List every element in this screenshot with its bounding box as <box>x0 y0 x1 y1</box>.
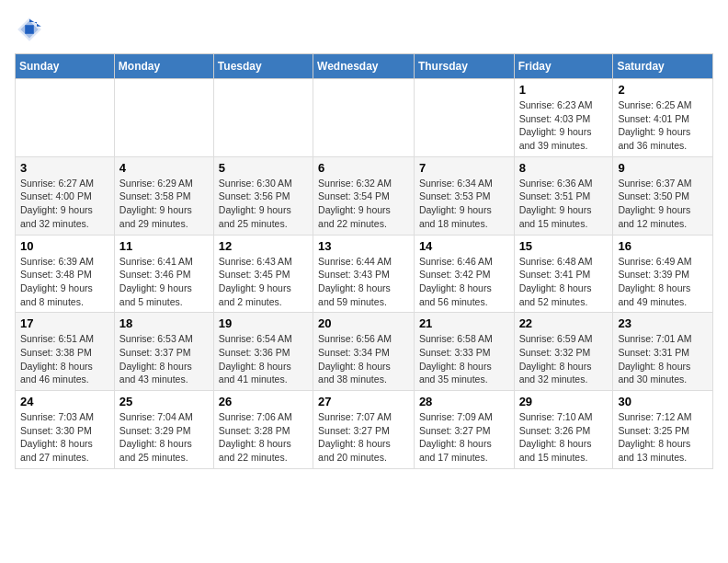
day-number: 18 <box>119 316 209 330</box>
day-info: Sunrise: 7:07 AMSunset: 3:27 PMDaylight:… <box>318 410 409 465</box>
calendar-cell <box>414 79 514 157</box>
day-info: Sunrise: 6:48 AMSunset: 3:41 PMDaylight:… <box>519 255 609 309</box>
day-number: 16 <box>618 239 708 253</box>
day-info: Sunrise: 6:43 AMSunset: 3:45 PMDaylight:… <box>219 255 308 309</box>
calendar-cell: 30Sunrise: 7:12 AMSunset: 3:25 PMDayligh… <box>613 391 713 469</box>
calendar-cell: 18Sunrise: 6:53 AMSunset: 3:37 PMDayligh… <box>114 313 213 391</box>
day-info: Sunrise: 7:12 AMSunset: 3:25 PMDaylight:… <box>618 410 708 465</box>
day-info: Sunrise: 6:39 AMSunset: 3:48 PMDaylight:… <box>20 255 109 309</box>
weekday-header-wednesday: Wednesday <box>313 54 415 79</box>
calendar-cell: 7Sunrise: 6:34 AMSunset: 3:53 PMDaylight… <box>414 156 514 235</box>
calendar-cell: 29Sunrise: 7:10 AMSunset: 3:26 PMDayligh… <box>514 391 613 469</box>
day-number: 8 <box>519 161 609 175</box>
calendar-cell <box>114 79 213 157</box>
day-info: Sunrise: 7:04 AMSunset: 3:29 PMDaylight:… <box>119 410 209 465</box>
day-info: Sunrise: 7:03 AMSunset: 3:30 PMDaylight:… <box>20 410 109 465</box>
day-info: Sunrise: 6:44 AMSunset: 3:43 PMDaylight:… <box>318 255 409 309</box>
day-number: 7 <box>419 161 509 175</box>
day-info: Sunrise: 6:23 AMSunset: 4:03 PMDaylight:… <box>519 98 609 153</box>
day-info: Sunrise: 6:34 AMSunset: 3:53 PMDaylight:… <box>419 177 509 231</box>
day-info: Sunrise: 6:56 AMSunset: 3:34 PMDaylight:… <box>318 332 409 386</box>
day-number: 24 <box>20 395 109 408</box>
calendar-cell: 13Sunrise: 6:44 AMSunset: 3:43 PMDayligh… <box>313 235 415 313</box>
weekday-header-thursday: Thursday <box>414 54 514 79</box>
page-header <box>15 15 713 44</box>
day-info: Sunrise: 6:41 AMSunset: 3:46 PMDaylight:… <box>119 255 209 309</box>
day-info: Sunrise: 6:30 AMSunset: 3:56 PMDaylight:… <box>219 177 308 231</box>
calendar-cell: 8Sunrise: 6:36 AMSunset: 3:51 PMDaylight… <box>514 156 613 235</box>
day-number: 9 <box>618 161 708 175</box>
day-info: Sunrise: 6:59 AMSunset: 3:32 PMDaylight:… <box>519 332 609 386</box>
day-number: 22 <box>519 316 609 330</box>
weekday-header-tuesday: Tuesday <box>213 54 313 79</box>
calendar-body: 1Sunrise: 6:23 AMSunset: 4:03 PMDaylight… <box>16 79 713 469</box>
weekday-header-friday: Friday <box>514 54 613 79</box>
day-number: 27 <box>318 395 409 408</box>
day-info: Sunrise: 7:09 AMSunset: 3:27 PMDaylight:… <box>419 410 509 465</box>
calendar-cell: 15Sunrise: 6:48 AMSunset: 3:41 PMDayligh… <box>514 235 613 313</box>
day-number: 2 <box>618 83 708 97</box>
calendar-cell: 24Sunrise: 7:03 AMSunset: 3:30 PMDayligh… <box>16 391 115 469</box>
day-number: 26 <box>219 395 308 408</box>
day-info: Sunrise: 6:54 AMSunset: 3:36 PMDaylight:… <box>219 332 308 386</box>
calendar-cell: 4Sunrise: 6:29 AMSunset: 3:58 PMDaylight… <box>114 156 213 235</box>
day-number: 11 <box>119 239 209 253</box>
calendar-cell <box>16 79 115 157</box>
day-number: 12 <box>219 239 308 253</box>
calendar-cell: 20Sunrise: 6:56 AMSunset: 3:34 PMDayligh… <box>313 313 415 391</box>
calendar-table: SundayMondayTuesdayWednesdayThursdayFrid… <box>15 53 713 469</box>
calendar-cell: 5Sunrise: 6:30 AMSunset: 3:56 PMDaylight… <box>213 156 313 235</box>
day-info: Sunrise: 6:51 AMSunset: 3:38 PMDaylight:… <box>20 332 109 386</box>
day-info: Sunrise: 7:01 AMSunset: 3:31 PMDaylight:… <box>618 332 708 386</box>
day-number: 10 <box>20 239 109 253</box>
calendar-cell: 27Sunrise: 7:07 AMSunset: 3:27 PMDayligh… <box>313 391 415 469</box>
day-info: Sunrise: 6:49 AMSunset: 3:39 PMDaylight:… <box>618 255 708 309</box>
day-info: Sunrise: 6:25 AMSunset: 4:01 PMDaylight:… <box>618 98 708 153</box>
calendar-cell: 26Sunrise: 7:06 AMSunset: 3:28 PMDayligh… <box>213 391 313 469</box>
day-info: Sunrise: 7:10 AMSunset: 3:26 PMDaylight:… <box>519 410 609 465</box>
day-number: 13 <box>318 239 409 253</box>
calendar-cell: 1Sunrise: 6:23 AMSunset: 4:03 PMDaylight… <box>514 79 613 157</box>
day-info: Sunrise: 6:36 AMSunset: 3:51 PMDaylight:… <box>519 177 609 231</box>
day-info: Sunrise: 6:29 AMSunset: 3:58 PMDaylight:… <box>119 177 209 231</box>
calendar-cell: 9Sunrise: 6:37 AMSunset: 3:50 PMDaylight… <box>613 156 713 235</box>
day-number: 3 <box>20 161 109 175</box>
weekday-header-row: SundayMondayTuesdayWednesdayThursdayFrid… <box>16 54 713 79</box>
calendar-cell: 12Sunrise: 6:43 AMSunset: 3:45 PMDayligh… <box>213 235 313 313</box>
day-number: 21 <box>419 316 509 330</box>
calendar-cell: 3Sunrise: 6:27 AMSunset: 4:00 PMDaylight… <box>16 156 115 235</box>
day-info: Sunrise: 6:37 AMSunset: 3:50 PMDaylight:… <box>618 177 708 231</box>
calendar-week-3: 10Sunrise: 6:39 AMSunset: 3:48 PMDayligh… <box>16 235 713 313</box>
logo-icon <box>15 15 44 44</box>
day-info: Sunrise: 6:58 AMSunset: 3:33 PMDaylight:… <box>419 332 509 386</box>
calendar-cell <box>313 79 415 157</box>
day-number: 20 <box>318 316 409 330</box>
calendar-cell: 6Sunrise: 6:32 AMSunset: 3:54 PMDaylight… <box>313 156 415 235</box>
day-number: 14 <box>419 239 509 253</box>
calendar-week-2: 3Sunrise: 6:27 AMSunset: 4:00 PMDaylight… <box>16 156 713 235</box>
day-number: 29 <box>519 395 609 408</box>
day-number: 17 <box>20 316 109 330</box>
day-info: Sunrise: 6:27 AMSunset: 4:00 PMDaylight:… <box>20 177 109 231</box>
calendar-cell: 16Sunrise: 6:49 AMSunset: 3:39 PMDayligh… <box>613 235 713 313</box>
day-number: 30 <box>618 395 708 408</box>
calendar-cell: 19Sunrise: 6:54 AMSunset: 3:36 PMDayligh… <box>213 313 313 391</box>
calendar-cell: 28Sunrise: 7:09 AMSunset: 3:27 PMDayligh… <box>414 391 514 469</box>
calendar-cell: 25Sunrise: 7:04 AMSunset: 3:29 PMDayligh… <box>114 391 213 469</box>
calendar-cell: 17Sunrise: 6:51 AMSunset: 3:38 PMDayligh… <box>16 313 115 391</box>
calendar-cell: 2Sunrise: 6:25 AMSunset: 4:01 PMDaylight… <box>613 79 713 157</box>
weekday-header-sunday: Sunday <box>16 54 115 79</box>
day-number: 28 <box>419 395 509 408</box>
svg-marker-2 <box>25 25 34 34</box>
weekday-header-monday: Monday <box>114 54 213 79</box>
day-number: 19 <box>219 316 308 330</box>
day-number: 6 <box>318 161 409 175</box>
day-number: 1 <box>519 83 609 97</box>
day-number: 4 <box>119 161 209 175</box>
calendar-cell: 11Sunrise: 6:41 AMSunset: 3:46 PMDayligh… <box>114 235 213 313</box>
logo <box>15 15 50 44</box>
day-number: 5 <box>219 161 308 175</box>
calendar-cell: 14Sunrise: 6:46 AMSunset: 3:42 PMDayligh… <box>414 235 514 313</box>
day-number: 25 <box>119 395 209 408</box>
day-info: Sunrise: 6:46 AMSunset: 3:42 PMDaylight:… <box>419 255 509 309</box>
